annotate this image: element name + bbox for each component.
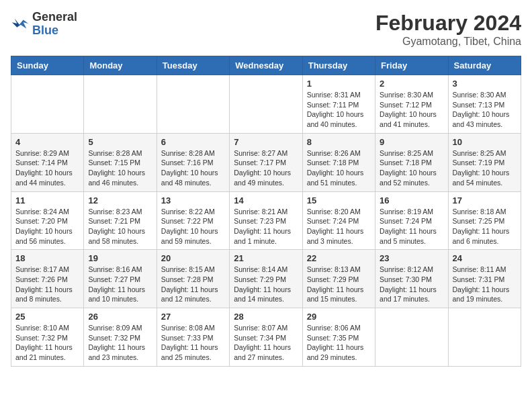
weekday-header-tuesday: Tuesday — [157, 56, 229, 75]
day-number: 29 — [307, 312, 371, 322]
day-number: 3 — [453, 79, 517, 89]
day-info: Sunrise: 8:29 AMSunset: 7:14 PMDaylight:… — [15, 148, 79, 188]
weekday-header-row: SundayMondayTuesdayWednesdayThursdayFrid… — [11, 56, 521, 75]
calendar-week-row: 18Sunrise: 8:17 AMSunset: 7:26 PMDayligh… — [11, 250, 521, 308]
calendar-cell: 19Sunrise: 8:16 AMSunset: 7:27 PMDayligh… — [84, 250, 157, 308]
location-label: Gyamotang, Tibet, China — [375, 36, 521, 48]
day-info: Sunrise: 8:24 AMSunset: 7:20 PMDaylight:… — [15, 207, 79, 246]
day-number: 4 — [15, 137, 79, 147]
logo: General Blue — [11, 11, 77, 38]
calendar-cell: 11Sunrise: 8:24 AMSunset: 7:20 PMDayligh… — [11, 191, 84, 250]
calendar-cell: 28Sunrise: 8:07 AMSunset: 7:34 PMDayligh… — [230, 308, 302, 367]
calendar-cell: 24Sunrise: 8:11 AMSunset: 7:31 PMDayligh… — [448, 250, 521, 308]
calendar-cell — [230, 75, 302, 134]
month-year-title: February 2024 — [375, 11, 521, 36]
day-info: Sunrise: 8:18 AMSunset: 7:25 PMDaylight:… — [453, 207, 517, 246]
calendar-cell: 14Sunrise: 8:21 AMSunset: 7:23 PMDayligh… — [230, 191, 302, 250]
calendar-cell — [157, 75, 229, 134]
day-info: Sunrise: 8:26 AMSunset: 7:18 PMDaylight:… — [307, 148, 371, 188]
day-info: Sunrise: 8:06 AMSunset: 7:35 PMDaylight:… — [307, 323, 371, 363]
calendar-cell: 4Sunrise: 8:29 AMSunset: 7:14 PMDaylight… — [11, 133, 84, 191]
day-info: Sunrise: 8:20 AMSunset: 7:24 PMDaylight:… — [307, 207, 371, 246]
day-number: 22 — [307, 253, 371, 263]
day-info: Sunrise: 8:17 AMSunset: 7:26 PMDaylight:… — [15, 265, 79, 304]
calendar-week-row: 11Sunrise: 8:24 AMSunset: 7:20 PMDayligh… — [11, 191, 521, 250]
day-number: 26 — [88, 312, 152, 322]
logo-bird-icon — [11, 15, 30, 34]
weekday-header-thursday: Thursday — [302, 56, 375, 75]
day-number: 18 — [15, 253, 79, 263]
weekday-header-saturday: Saturday — [448, 56, 521, 75]
day-number: 16 — [380, 195, 443, 205]
day-info: Sunrise: 8:28 AMSunset: 7:16 PMDaylight:… — [161, 148, 225, 188]
calendar-cell: 7Sunrise: 8:27 AMSunset: 7:17 PMDaylight… — [230, 133, 302, 191]
day-number: 23 — [380, 253, 443, 263]
day-info: Sunrise: 8:12 AMSunset: 7:30 PMDaylight:… — [380, 265, 443, 304]
day-info: Sunrise: 8:10 AMSunset: 7:32 PMDaylight:… — [15, 323, 79, 363]
day-info: Sunrise: 8:30 AMSunset: 7:12 PMDaylight:… — [380, 90, 443, 130]
weekday-header-sunday: Sunday — [11, 56, 84, 75]
day-number: 14 — [234, 195, 298, 205]
day-number: 25 — [15, 312, 79, 322]
calendar-cell: 2Sunrise: 8:30 AMSunset: 7:12 PMDaylight… — [375, 75, 448, 134]
day-number: 6 — [161, 137, 225, 147]
day-info: Sunrise: 8:07 AMSunset: 7:34 PMDaylight:… — [234, 323, 298, 363]
day-info: Sunrise: 8:13 AMSunset: 7:29 PMDaylight:… — [307, 265, 371, 304]
calendar-header: SundayMondayTuesdayWednesdayThursdayFrid… — [11, 56, 521, 75]
day-info: Sunrise: 8:25 AMSunset: 7:18 PMDaylight:… — [380, 148, 443, 188]
day-info: Sunrise: 8:08 AMSunset: 7:33 PMDaylight:… — [161, 323, 225, 363]
calendar-cell: 26Sunrise: 8:09 AMSunset: 7:32 PMDayligh… — [84, 308, 157, 367]
calendar-cell — [448, 308, 521, 367]
calendar-cell: 8Sunrise: 8:26 AMSunset: 7:18 PMDaylight… — [302, 133, 375, 191]
calendar-week-row: 4Sunrise: 8:29 AMSunset: 7:14 PMDaylight… — [11, 133, 521, 191]
weekday-header-wednesday: Wednesday — [230, 56, 302, 75]
day-info: Sunrise: 8:30 AMSunset: 7:13 PMDaylight:… — [453, 90, 517, 130]
calendar-cell: 10Sunrise: 8:25 AMSunset: 7:19 PMDayligh… — [448, 133, 521, 191]
calendar-cell: 29Sunrise: 8:06 AMSunset: 7:35 PMDayligh… — [302, 308, 375, 367]
calendar-cell — [84, 75, 157, 134]
day-info: Sunrise: 8:14 AMSunset: 7:29 PMDaylight:… — [234, 265, 298, 304]
day-number: 19 — [88, 253, 152, 263]
day-number: 9 — [380, 137, 443, 147]
day-number: 2 — [380, 79, 443, 89]
day-number: 7 — [234, 137, 298, 147]
calendar-cell: 17Sunrise: 8:18 AMSunset: 7:25 PMDayligh… — [448, 191, 521, 250]
day-info: Sunrise: 8:21 AMSunset: 7:23 PMDaylight:… — [234, 207, 298, 246]
day-number: 12 — [88, 195, 152, 205]
day-number: 8 — [307, 137, 371, 147]
day-number: 10 — [453, 137, 517, 147]
calendar-cell: 27Sunrise: 8:08 AMSunset: 7:33 PMDayligh… — [157, 308, 229, 367]
calendar-cell: 1Sunrise: 8:31 AMSunset: 7:11 PMDaylight… — [302, 75, 375, 134]
day-info: Sunrise: 8:22 AMSunset: 7:22 PMDaylight:… — [161, 207, 225, 246]
weekday-header-monday: Monday — [84, 56, 157, 75]
calendar-cell — [375, 308, 448, 367]
calendar-week-row: 25Sunrise: 8:10 AMSunset: 7:32 PMDayligh… — [11, 308, 521, 367]
day-number: 17 — [453, 195, 517, 205]
logo-text: General Blue — [32, 11, 77, 38]
calendar-cell: 18Sunrise: 8:17 AMSunset: 7:26 PMDayligh… — [11, 250, 84, 308]
day-number: 13 — [161, 195, 225, 205]
calendar-cell: 6Sunrise: 8:28 AMSunset: 7:16 PMDaylight… — [157, 133, 229, 191]
day-info: Sunrise: 8:09 AMSunset: 7:32 PMDaylight:… — [88, 323, 152, 363]
calendar-cell: 15Sunrise: 8:20 AMSunset: 7:24 PMDayligh… — [302, 191, 375, 250]
calendar-cell: 13Sunrise: 8:22 AMSunset: 7:22 PMDayligh… — [157, 191, 229, 250]
day-info: Sunrise: 8:31 AMSunset: 7:11 PMDaylight:… — [307, 90, 371, 130]
calendar-cell: 5Sunrise: 8:28 AMSunset: 7:15 PMDaylight… — [84, 133, 157, 191]
day-number: 27 — [161, 312, 225, 322]
calendar-cell: 21Sunrise: 8:14 AMSunset: 7:29 PMDayligh… — [230, 250, 302, 308]
day-info: Sunrise: 8:27 AMSunset: 7:17 PMDaylight:… — [234, 148, 298, 188]
day-number: 1 — [307, 79, 371, 89]
day-info: Sunrise: 8:25 AMSunset: 7:19 PMDaylight:… — [453, 148, 517, 188]
calendar-table: SundayMondayTuesdayWednesdayThursdayFrid… — [11, 56, 521, 367]
day-info: Sunrise: 8:19 AMSunset: 7:24 PMDaylight:… — [380, 207, 443, 246]
calendar-cell: 22Sunrise: 8:13 AMSunset: 7:29 PMDayligh… — [302, 250, 375, 308]
calendar-cell: 16Sunrise: 8:19 AMSunset: 7:24 PMDayligh… — [375, 191, 448, 250]
day-info: Sunrise: 8:11 AMSunset: 7:31 PMDaylight:… — [453, 265, 517, 304]
day-info: Sunrise: 8:28 AMSunset: 7:15 PMDaylight:… — [88, 148, 152, 188]
day-number: 15 — [307, 195, 371, 205]
day-number: 20 — [161, 253, 225, 263]
calendar-cell: 3Sunrise: 8:30 AMSunset: 7:13 PMDaylight… — [448, 75, 521, 134]
calendar-cell: 23Sunrise: 8:12 AMSunset: 7:30 PMDayligh… — [375, 250, 448, 308]
calendar-body: 1Sunrise: 8:31 AMSunset: 7:11 PMDaylight… — [11, 75, 521, 367]
day-number: 5 — [88, 137, 152, 147]
